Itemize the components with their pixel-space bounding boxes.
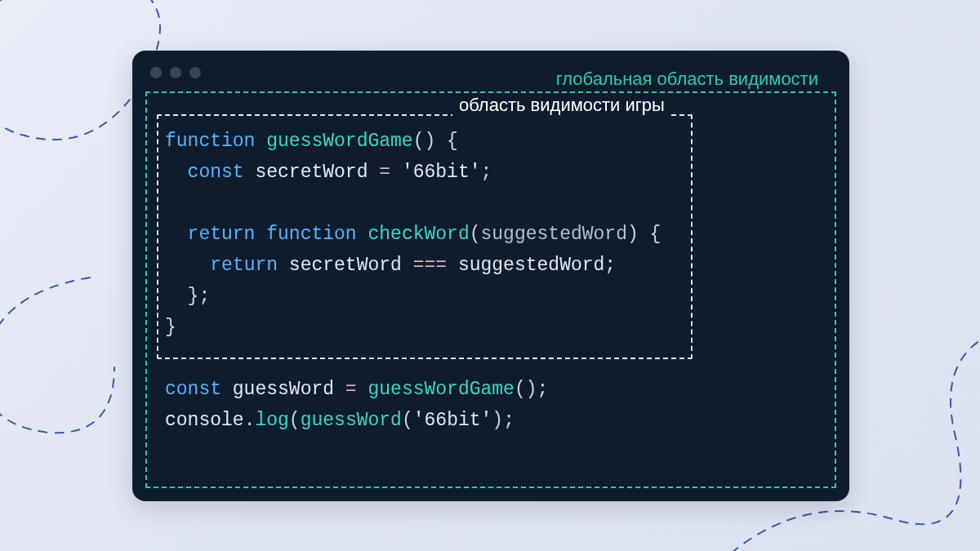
code-window: глобальная область видимости область вид…: [132, 51, 849, 501]
code-line: const secretWord = '66bit';: [165, 162, 492, 183]
code-line: };: [165, 286, 210, 307]
code-line: }: [165, 317, 176, 338]
traffic-dot-icon: [150, 67, 162, 78]
code-line: return secretWord === suggestedWord;: [165, 255, 616, 276]
code-line: const guessWord = guessWordGame();: [165, 379, 548, 400]
code-line: function guessWordGame() {: [165, 131, 458, 152]
decor-mid-left: [0, 269, 139, 449]
window-traffic-lights: [150, 67, 201, 78]
traffic-dot-icon: [189, 67, 201, 78]
traffic-dot-icon: [170, 67, 181, 78]
code-line: return function checkWord(suggestedWord)…: [165, 224, 661, 245]
code-block: function guessWordGame() { const secretW…: [165, 126, 817, 436]
global-scope-label: глобальная область видимости: [551, 69, 823, 90]
game-scope-label: область видимости игры: [452, 95, 671, 116]
code-line: console.log(guessWord('66bit');: [165, 410, 514, 431]
